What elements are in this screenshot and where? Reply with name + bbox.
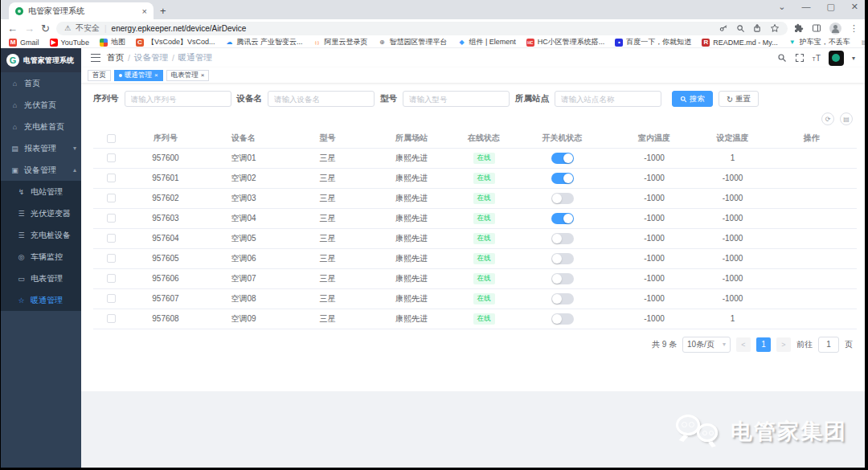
key-icon[interactable] (719, 24, 728, 33)
device-name-filter[interactable] (268, 91, 375, 107)
avatar-caret-icon[interactable]: ▾ (852, 55, 855, 62)
sidebar-item-pv-home[interactable]: ⌂光伏首页 (1, 94, 81, 116)
minimize-button[interactable]: — (801, 2, 810, 12)
power-toggle[interactable] (551, 213, 574, 224)
sidebar-item-vehicle[interactable]: ◎车辆监控 (1, 246, 81, 268)
sidebar-item-charger-device[interactable]: ☰充电桩设备 (1, 224, 81, 246)
back-button[interactable]: ← (7, 23, 18, 34)
bookmark-item[interactable]: RREADME.md - My... (702, 39, 777, 47)
side-panel-icon[interactable] (812, 23, 821, 33)
row-checkbox[interactable] (107, 174, 116, 182)
sidebar-item-hvac[interactable]: ☆暖通管理 (1, 289, 81, 311)
select-all-checkbox[interactable] (107, 134, 116, 143)
power-toggle[interactable] (551, 193, 574, 204)
bookmark-item[interactable]: ◆组件 | Element (457, 37, 515, 47)
font-size-icon[interactable]: TT (813, 54, 821, 63)
online-badge: 在线 (473, 313, 495, 325)
power-toggle[interactable] (551, 313, 574, 325)
tencent-cloud-icon: ☁ (225, 39, 233, 47)
cell-device-name: 空调06 (203, 248, 285, 268)
sidebar-item-pv-inverter[interactable]: ☰光伏逆变器 (1, 202, 81, 224)
goto-page-input[interactable] (818, 337, 839, 353)
sidebar-item-home[interactable]: ⌂首页 (1, 72, 81, 94)
power-toggle[interactable] (551, 173, 574, 184)
bookmark-item[interactable]: HCHC小区管理系统搭... (526, 37, 605, 47)
user-avatar[interactable] (829, 51, 844, 66)
row-checkbox[interactable] (107, 274, 116, 283)
breadcrumb-home[interactable]: 首页 (107, 52, 124, 63)
view-tag[interactable]: 暖通管理× (114, 70, 163, 81)
window-close-button[interactable]: ✕ (851, 2, 858, 12)
reload-button[interactable]: ↻ (41, 23, 50, 34)
profile-avatar-icon[interactable] (829, 22, 841, 35)
bookmark-item[interactable]: C【VsCode】VsCod... (136, 37, 215, 47)
station-filter[interactable] (555, 91, 661, 107)
bookmark-item[interactable]: MGmail (9, 39, 39, 47)
view-tag[interactable]: 电表管理× (166, 70, 210, 81)
power-toggle[interactable] (551, 253, 574, 264)
tag-close-icon[interactable]: × (201, 72, 205, 79)
security-warning-icon[interactable]: ⚠ (64, 24, 71, 32)
tag-close-icon[interactable]: × (154, 72, 158, 79)
sidebar-item-charger-home[interactable]: ⌂充电桩首页 (1, 116, 81, 137)
sidebar-item-label: 充电桩设备 (31, 230, 71, 241)
column-settings-icon[interactable]: ▤ (840, 112, 853, 125)
bookmark-item[interactable]: ⊕智慧园区管理平台 (378, 37, 447, 47)
search-button[interactable]: 搜索 (672, 91, 713, 107)
row-checkbox[interactable] (107, 194, 116, 202)
model-filter[interactable] (403, 91, 510, 107)
power-toggle[interactable] (551, 273, 574, 284)
view-tag[interactable]: 首页 (88, 70, 111, 81)
inverter-icon: ☰ (17, 210, 26, 218)
app-topbar: 首页 / 设备管理 / 暖通管理 TT ▾ (81, 48, 865, 67)
row-checkbox[interactable] (107, 234, 116, 243)
reset-button[interactable]: ↻ 重置 (719, 91, 759, 107)
chrome-menu-icon[interactable]: ⋮ (850, 23, 858, 34)
bookmark-item[interactable]: •百度一下，你就知道 (615, 37, 691, 47)
sidebar-item-reports[interactable]: ▤报表管理▾ (1, 137, 81, 159)
share-icon[interactable] (753, 24, 762, 33)
bookmark-item[interactable]: ▤CentOS7 redis 安... (861, 37, 865, 47)
browser-tab[interactable]: 电管家管理系统 × (9, 2, 154, 19)
current-page[interactable]: 1 (756, 337, 771, 352)
row-checkbox[interactable] (107, 294, 116, 303)
breadcrumb-devices[interactable]: 设备管理 (134, 52, 168, 63)
bookmark-item[interactable]: 地图 (100, 37, 125, 47)
row-checkbox[interactable] (107, 214, 116, 223)
maximize-button[interactable]: ▢ (826, 2, 834, 12)
url-text[interactable]: energy.epkeeper.net/device/AirDevice (112, 24, 714, 33)
power-toggle[interactable] (551, 153, 574, 164)
power-toggle[interactable] (551, 233, 574, 244)
bookmark-item[interactable]: ▶YouTube (50, 39, 89, 47)
fullscreen-icon[interactable] (795, 53, 805, 63)
power-toggle[interactable] (551, 293, 574, 304)
cell-station: 康熙先进 (371, 208, 452, 228)
row-checkbox[interactable] (107, 254, 116, 263)
row-checkbox[interactable] (107, 153, 116, 162)
extensions-icon[interactable] (794, 23, 804, 33)
bookmark-item[interactable]: ☁腾讯云 产业智变云... (225, 37, 302, 47)
sidebar-item-meter[interactable]: ▭电表管理 (1, 268, 81, 289)
element-icon: ◆ (457, 39, 465, 47)
bookmark-item[interactable]: ▼护车宝，不丢车 (788, 37, 850, 47)
zoom-icon[interactable] (736, 24, 745, 33)
table-tools: ⟳ ▤ (93, 112, 853, 125)
tab-close-icon[interactable]: × (142, 6, 147, 16)
serial-filter[interactable] (125, 91, 231, 107)
sidebar-item-devices[interactable]: ▣设备管理▴ (1, 159, 81, 181)
next-page-button[interactable]: > (776, 337, 791, 352)
collapse-sidebar-icon[interactable] (91, 54, 100, 62)
search-tabs-icon[interactable]: ⌄ (778, 2, 785, 12)
row-checkbox[interactable] (107, 314, 116, 323)
page-size-select[interactable]: 10条/页 ▾ (682, 337, 731, 353)
bookmark-star-icon[interactable] (770, 23, 780, 33)
new-tab-button[interactable]: + (160, 6, 166, 16)
address-bar[interactable]: ⚠ 不安全 | energy.epkeeper.net/device/AirDe… (56, 22, 788, 35)
sidebar-item-station[interactable]: ↯电站管理 (1, 181, 81, 202)
app-logo[interactable]: G 电管家管理系统 (1, 48, 81, 72)
column-header: 操作 (766, 129, 857, 148)
header-search-icon[interactable] (777, 53, 787, 63)
bookmark-item[interactable]: (-)阿里云登录页 (313, 37, 367, 47)
prev-page-button[interactable]: < (736, 337, 751, 352)
refresh-table-icon[interactable]: ⟳ (821, 112, 834, 125)
